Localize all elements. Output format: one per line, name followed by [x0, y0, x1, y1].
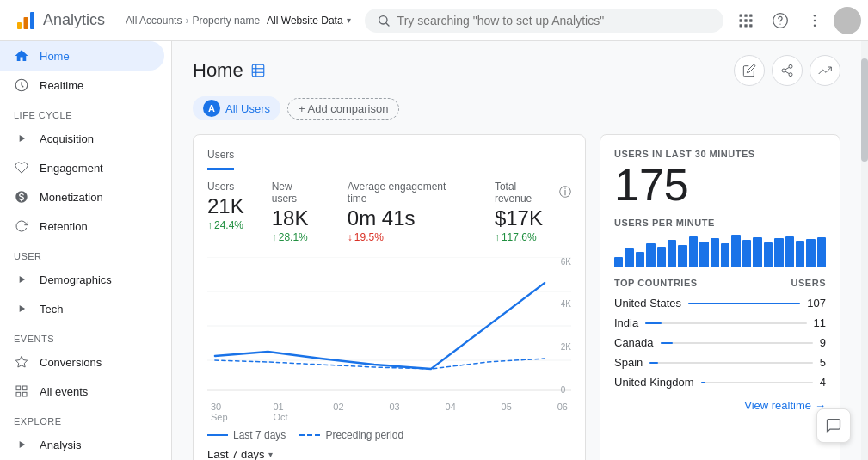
- edit-button[interactable]: [734, 55, 765, 86]
- mini-bar: [785, 236, 794, 267]
- page-title-area: Home: [193, 59, 266, 82]
- country-users-count: 4: [820, 376, 826, 389]
- legend-solid-label: Last 7 days: [233, 429, 286, 441]
- acquisition-icon: [14, 131, 29, 146]
- realtime-card-label: USERS IN LAST 30 MINUTES: [614, 149, 826, 159]
- breadcrumb-all-accounts: All Accounts: [126, 15, 182, 27]
- svg-rect-10: [749, 19, 752, 21]
- mini-bar: [657, 247, 666, 267]
- tech-icon: [14, 301, 29, 316]
- svg-line-4: [386, 23, 389, 26]
- sidebar-item-retention[interactable]: Retention: [0, 212, 164, 241]
- engagement-label: Engagement: [40, 162, 103, 175]
- svg-rect-9: [744, 19, 747, 21]
- svg-rect-6: [744, 14, 747, 16]
- metrics-row: Users 21K ↑24.4% New users 18K ↑28.1%: [207, 181, 571, 243]
- sidebar-item-demographics[interactable]: Demographics: [0, 265, 164, 294]
- add-comparison-button[interactable]: + Add comparison: [287, 98, 399, 120]
- mini-bar: [774, 238, 783, 267]
- apps-icon: [737, 12, 754, 29]
- share-icon: [780, 64, 794, 77]
- legend-dashed-line: [299, 434, 320, 436]
- sidebar-item-all-events[interactable]: All events: [0, 377, 164, 406]
- share-button[interactable]: [772, 55, 803, 86]
- sidebar-item-home[interactable]: Home: [0, 41, 164, 71]
- acquisition-label: Acquisition: [40, 132, 94, 145]
- date-selector[interactable]: Last 7 days ▾: [207, 448, 571, 460]
- svg-point-18: [814, 24, 816, 27]
- sidebar-item-engagement[interactable]: Engagement: [0, 153, 164, 182]
- view-realtime-link[interactable]: View realtime →: [614, 399, 826, 412]
- search-icon: [377, 14, 391, 28]
- page-title-icon: [250, 63, 266, 78]
- country-users-count: 9: [820, 336, 826, 349]
- metric-tabs: Users: [207, 149, 571, 170]
- sidebar-item-acquisition[interactable]: Acquisition: [0, 124, 164, 153]
- tech-label: Tech: [40, 303, 63, 316]
- active-metric-tab[interactable]: Users: [207, 149, 234, 170]
- app-title: Analytics: [43, 11, 105, 29]
- edit-icon: [742, 64, 756, 77]
- mini-bar: [689, 236, 698, 267]
- search-input[interactable]: [397, 14, 711, 28]
- x-label-02: 02: [333, 402, 343, 422]
- country-users-count: 107: [807, 297, 826, 310]
- sidebar-item-tech[interactable]: Tech: [0, 294, 164, 323]
- metric-new-users: New users 18K ↑28.1%: [272, 181, 320, 243]
- trending-button[interactable]: [810, 55, 840, 86]
- mini-bar: [817, 237, 826, 267]
- metric-revenue: Total revenue ⓘ $17K ↑117.6%: [495, 181, 571, 243]
- sidebar-item-realtime[interactable]: Realtime: [0, 71, 164, 100]
- x-label-05: 05: [502, 402, 512, 422]
- country-users-count: 11: [814, 316, 826, 329]
- chat-button[interactable]: [816, 408, 851, 443]
- metric-revenue-label: Total revenue ⓘ: [495, 181, 571, 205]
- legend-solid-line: [207, 434, 228, 436]
- all-users-chip[interactable]: A All Users: [193, 96, 280, 120]
- metric-engagement-label: Average engagement time: [348, 181, 467, 205]
- users-column-label: USERS: [791, 278, 826, 288]
- country-row: United Kingdom 4: [614, 372, 826, 392]
- account-selector[interactable]: All Website Data: [267, 15, 342, 27]
- comparison-bar: A All Users + Add comparison: [193, 96, 840, 120]
- account-selector-arrow[interactable]: ▾: [347, 15, 351, 25]
- all-users-label: All Users: [225, 102, 270, 115]
- help-button[interactable]: [765, 5, 796, 36]
- sidebar-item-monetization[interactable]: Monetization: [0, 182, 164, 212]
- scrollbar-thumb[interactable]: [861, 58, 868, 162]
- date-selector-arrow: ▾: [268, 450, 273, 459]
- svg-rect-0: [17, 22, 22, 29]
- metric-users-label: Users: [207, 181, 244, 193]
- topbar-actions: [730, 5, 861, 36]
- apps-button[interactable]: [730, 5, 761, 36]
- main-chart-card: Users Users 21K ↑24.4% New: [193, 134, 586, 460]
- svg-point-30: [789, 64, 792, 68]
- metric-revenue-change: ↑117.6%: [495, 231, 571, 243]
- svg-line-34: [785, 67, 790, 70]
- country-name: India: [614, 316, 638, 329]
- metric-users-value: 21K: [207, 194, 244, 219]
- sidebar-item-analysis[interactable]: Analysis: [0, 430, 164, 459]
- header-actions: [734, 55, 840, 86]
- country-bar-fill: [701, 382, 705, 383]
- conversions-label: Conversions: [40, 356, 102, 369]
- y-label-4k: 4K: [561, 299, 571, 309]
- engagement-icon: [14, 160, 29, 175]
- top-countries-label: TOP COUNTRIES: [614, 278, 698, 288]
- metric-new-users-change: ↑28.1%: [272, 231, 320, 243]
- monetization-icon: [14, 189, 29, 205]
- country-row: Spain 5: [614, 353, 826, 372]
- sidebar-item-conversions[interactable]: Conversions: [0, 347, 164, 377]
- realtime-count: 175: [614, 163, 826, 207]
- svg-rect-2: [30, 12, 34, 29]
- country-bar-track: [645, 322, 806, 324]
- stats-area: Users Users 21K ↑24.4% New: [193, 134, 840, 460]
- explore-section-label: EXPLORE: [0, 406, 171, 430]
- demographics-label: Demographics: [40, 273, 112, 286]
- svg-rect-22: [22, 386, 27, 390]
- home-icon: [14, 48, 29, 64]
- avatar[interactable]: [834, 7, 861, 34]
- more-button[interactable]: [799, 5, 830, 36]
- info-icon[interactable]: ⓘ: [559, 185, 571, 200]
- scrollbar-track[interactable]: [861, 41, 868, 460]
